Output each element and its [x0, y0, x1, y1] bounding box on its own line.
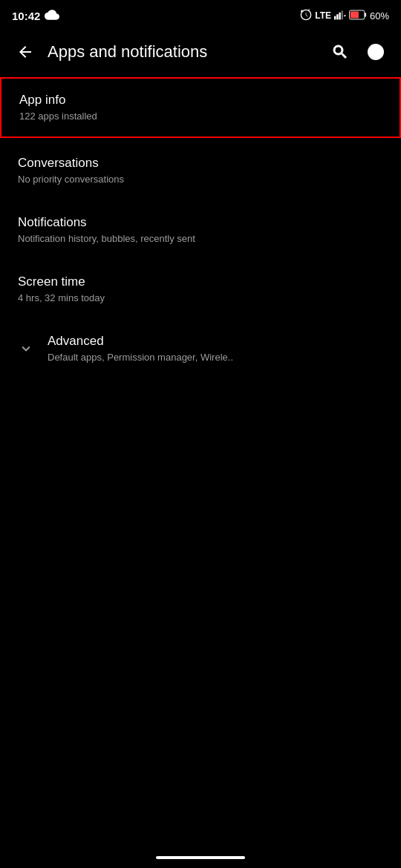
- settings-item-advanced[interactable]: Advanced Default apps, Permission manage…: [0, 319, 401, 378]
- screen-time-text: Screen time 4 hrs, 32 mins today: [18, 274, 383, 305]
- lte-indicator: LTE: [315, 10, 331, 21]
- conversations-title: Conversations: [18, 155, 383, 171]
- status-time: 10:42: [12, 10, 40, 22]
- advanced-text: Advanced Default apps, Permission manage…: [48, 333, 383, 364]
- alarm-icon: [300, 9, 312, 23]
- notifications-text: Notifications Notification history, bubb…: [18, 214, 383, 246]
- screen-time-title: Screen time: [18, 274, 383, 290]
- settings-item-screen-time[interactable]: Screen time 4 hrs, 32 mins today: [0, 260, 401, 319]
- search-button[interactable]: [327, 39, 353, 65]
- conversations-text: Conversations No priority conversations: [18, 155, 383, 186]
- status-bar-right: LTE 60%: [300, 9, 389, 23]
- settings-list: App info 122 apps installed Conversation…: [0, 77, 401, 378]
- help-button[interactable]: [362, 39, 389, 65]
- svg-rect-7: [365, 13, 366, 17]
- status-bar: 10:42 LTE: [0, 0, 401, 30]
- svg-rect-0: [334, 16, 336, 19]
- notifications-title: Notifications: [18, 214, 383, 231]
- app-info-title: App info: [19, 92, 382, 108]
- app-info-text: App info 122 apps installed: [19, 92, 382, 123]
- app-info-subtitle: 122 apps installed: [19, 111, 382, 123]
- svg-rect-3: [342, 10, 343, 19]
- advanced-title: Advanced: [48, 333, 383, 349]
- back-button[interactable]: [12, 39, 39, 65]
- battery-percentage: 60%: [370, 10, 389, 22]
- svg-rect-2: [339, 12, 340, 19]
- settings-item-app-info[interactable]: App info 122 apps installed: [0, 77, 401, 138]
- notifications-subtitle: Notification history, bubbles, recently …: [18, 233, 383, 246]
- advanced-chevron-icon: [18, 341, 48, 357]
- advanced-subtitle: Default apps, Permission manager, Wirele…: [48, 352, 383, 364]
- settings-item-notifications[interactable]: Notifications Notification history, bubb…: [0, 200, 401, 260]
- battery-icon: [349, 10, 367, 22]
- nav-actions: [327, 39, 389, 65]
- screen-time-subtitle: 4 hrs, 32 mins today: [18, 292, 383, 305]
- cloud-icon: [45, 10, 59, 22]
- status-bar-left: 10:42: [12, 10, 59, 22]
- settings-item-conversations[interactable]: Conversations No priority conversations: [0, 141, 401, 200]
- svg-rect-1: [336, 14, 338, 19]
- signal-icon: [334, 10, 346, 22]
- page-title: Apps and notifications: [48, 42, 318, 62]
- svg-rect-4: [344, 14, 346, 16]
- home-indicator: [156, 856, 245, 859]
- nav-bar: Apps and notifications: [0, 30, 401, 74]
- svg-rect-6: [351, 11, 359, 18]
- conversations-subtitle: No priority conversations: [18, 174, 383, 186]
